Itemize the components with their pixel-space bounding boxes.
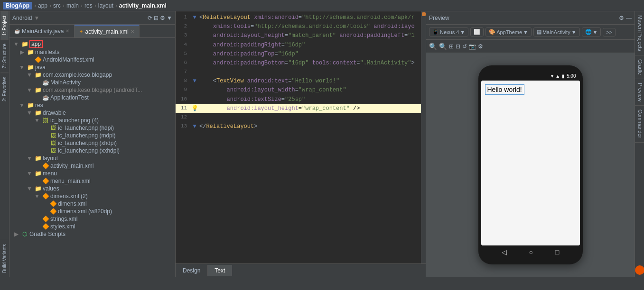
zoom-actual-icon[interactable]: ⊡ (456, 43, 460, 50)
tree-item-app[interactable]: ▼ 📁 app (9, 40, 175, 48)
folder-icon-manifests: 📁 (27, 49, 34, 55)
theme-label: AppTheme (496, 29, 522, 35)
breadcrumb-sep-3: › (63, 2, 65, 9)
tree-item-dimens2[interactable]: 🔶 dimens.xml (w820dp) (9, 208, 175, 215)
tree-item-dimens-group[interactable]: ▼ 🔶 dimens.xml (2) (9, 192, 175, 200)
line-num-7: 7 (176, 68, 190, 76)
editor-line-6: 6 android:paddingBottom="16dp" tools:con… (176, 59, 421, 68)
settings-icon[interactable]: ⚙ (160, 15, 165, 21)
commander-panel[interactable]: Commander (635, 106, 644, 143)
tree-item-values[interactable]: ▼ 📁 values (9, 185, 175, 192)
orientation-btn[interactable]: ⬜ (470, 27, 484, 36)
tree-item-layout[interactable]: ▼ 📁 layout (9, 154, 175, 162)
tree-item-drawable[interactable]: ▼ 📁 drawable (9, 109, 175, 117)
zoom-fit-icon[interactable]: ⊞ (449, 43, 454, 50)
folder-icon-pkg1: 📁 (34, 72, 42, 78)
tree-item-activity-main-xml[interactable]: 🔶 activity_main.xml (9, 162, 175, 170)
tree-item-strings[interactable]: 🔶 strings.xml (9, 215, 175, 223)
tab-text[interactable]: Text (207, 265, 232, 276)
tree-item-ic-xhdpi[interactable]: 🖼 ic_launcher.png (xhdpi) (9, 139, 175, 147)
tab-structure[interactable]: Z: Structure (0, 39, 9, 72)
gradle-icon: ⬡ (21, 231, 28, 237)
tree-header-right: ⟳ ⊟ ⚙ ▼ (148, 15, 172, 21)
tree-item-ic-mdpi[interactable]: 🖼 ic_launcher.png (mdpi) (9, 132, 175, 139)
tree-item-menu-main-xml[interactable]: 🔶 menu_main.xml (9, 177, 175, 185)
tree-item-dimens1[interactable]: 🔶 dimens.xml (9, 200, 175, 208)
editor-line-10: 10 android:textSize="25sp" (176, 95, 421, 104)
tree-item-androidmanifest[interactable]: 🔶 AndroidManifest.xml (9, 56, 175, 63)
back-btn[interactable]: ◁ (502, 248, 507, 256)
phone-mockup: ▾ ▲ ▮ 5:00 Hello world! ◁ ○ □ (478, 65, 583, 264)
breadcrumb-layout[interactable]: layout (98, 2, 113, 9)
line-num-11: 11 (176, 104, 190, 113)
activity-selector[interactable]: ▦ MainActivity ▼ (533, 27, 580, 36)
expand-icon-ic: ▼ (33, 117, 41, 124)
collapse-icon[interactable]: ⊟ (154, 15, 159, 21)
tree-item-package2[interactable]: ▼ 📁 com.example.keso.blogapp (androidT..… (9, 86, 175, 94)
preview-panel-tab[interactable]: Preview (635, 79, 644, 106)
xml-icon-strings: 🔶 (42, 216, 49, 222)
tree-item-res[interactable]: ▼ 📁 res (9, 101, 175, 109)
maven-projects-panel[interactable]: Maven Projects (635, 11, 644, 55)
refresh-icon[interactable]: ↺ (462, 43, 467, 50)
recents-btn[interactable]: □ (555, 248, 559, 256)
tree-label-layout: layout (43, 155, 58, 162)
tree-item-ic-launcher-group[interactable]: ▼ 🖼 ic_launcher.png (4) (9, 117, 175, 124)
tab-main-activity-close[interactable]: ✕ (65, 28, 69, 34)
tree-item-java[interactable]: ▼ 📁 java (9, 63, 175, 71)
locale-btn[interactable]: 🌐 ▼ (582, 27, 601, 36)
tree-item-manifests[interactable]: ▶ 📁 manifests (9, 48, 175, 56)
tree-item-package1[interactable]: ▼ 📁 com.example.keso.blogapp (9, 71, 175, 79)
tree-item-styles[interactable]: 🔶 styles.xml (9, 223, 175, 230)
tree-item-apptest[interactable]: ☕ ApplicationTest (9, 94, 175, 101)
tree-label-dimens1: dimens.xml (58, 200, 87, 207)
editor-body[interactable]: 1 ▼ <RelativeLayout xmlns:android="http:… (176, 11, 421, 133)
line-num-13: 13 (176, 122, 190, 131)
editor-scroll-area[interactable]: 1 ▼ <RelativeLayout xmlns:android="http:… (176, 11, 421, 263)
breadcrumb-res[interactable]: res (84, 2, 93, 9)
phone-screen: Hello world! (481, 81, 580, 245)
breadcrumb-app[interactable]: app (38, 2, 47, 9)
folder-icon-java: 📁 (27, 64, 34, 71)
tree-item-ic-xxhdpi[interactable]: 🖼 ic_launcher.png (xxhdpi) (9, 147, 175, 154)
tree-label-gradle-scripts: Gradle Scripts (29, 231, 65, 237)
more-btn[interactable]: >> (603, 28, 616, 36)
png-icon-xhdpi: 🖼 (49, 140, 57, 146)
theme-selector[interactable]: 🎨 AppTheme ▼ (485, 27, 532, 36)
project-tree-panel: Android ▼ ⟳ ⊟ ⚙ ▼ ☕ MainActivity.java ✕ … (9, 11, 176, 277)
gradle-panel[interactable]: Gradle (635, 55, 644, 79)
close-preview-icon[interactable]: — (626, 15, 632, 21)
settings-icon-preview[interactable]: ⚙ (619, 15, 624, 21)
breadcrumb-blogapp[interactable]: BlogApp (3, 2, 32, 9)
camera-icon[interactable]: 📷 (469, 43, 476, 50)
tab-activity-main-close[interactable]: ✕ (131, 29, 134, 34)
zoom-out-icon[interactable]: 🔍 (439, 43, 447, 50)
tab-favorites[interactable]: 2: Favorites (0, 72, 9, 105)
editor-line-1: 1 ▼ <RelativeLayout xmlns:android="http:… (176, 13, 421, 22)
breadcrumb-activity-main[interactable]: activity_main.xml (119, 2, 167, 9)
preview-panel: Preview ⚙ — 📱 Nexus 4 ▼ ⬜ 🎨 AppTheme ▼ (426, 11, 635, 277)
device-selector[interactable]: 📱 Nexus 4 ▼ (429, 27, 468, 36)
more-icon[interactable]: ▼ (167, 15, 172, 21)
tree-item-gradle-scripts[interactable]: ▶ ⬡ Gradle Scripts (9, 230, 175, 238)
sync-icon[interactable]: ⟳ (148, 15, 152, 21)
tab-project[interactable]: 1: Project (0, 11, 9, 39)
tab-design[interactable]: Design (176, 265, 207, 276)
theme-icon: 🎨 (489, 29, 495, 35)
zoom-in-icon[interactable]: 🔍 (429, 43, 437, 50)
main-layout: 1: Project Z: Structure 2: Favorites Bui… (0, 11, 644, 277)
tree-item-menu[interactable]: ▼ 📁 menu (9, 170, 175, 177)
tree-item-mainactivity[interactable]: ☕ MainActivity (9, 79, 175, 86)
home-btn[interactable]: ○ (529, 248, 533, 256)
tree-item-ic-hdpi[interactable]: 🖼 ic_launcher.png (hdpi) (9, 124, 175, 132)
device-icon: 📱 (432, 29, 439, 35)
tab-build-variants[interactable]: Build Variants (0, 240, 9, 277)
breadcrumb-main[interactable]: main (66, 2, 79, 9)
tree-label-ic-mdpi: ic_launcher.png (mdpi) (58, 132, 115, 139)
expand-icon-menu: ▼ (26, 170, 33, 177)
preview-settings-icon[interactable]: ⚙ (478, 43, 483, 50)
breadcrumb-src[interactable]: src (53, 2, 61, 9)
dropdown-icon[interactable]: ▼ (34, 15, 39, 21)
tab-activity-main-xml[interactable]: ✦ activity_main.xml ✕ (75, 25, 139, 37)
tab-main-activity[interactable]: ☕ MainActivity.java ✕ (9, 25, 75, 37)
